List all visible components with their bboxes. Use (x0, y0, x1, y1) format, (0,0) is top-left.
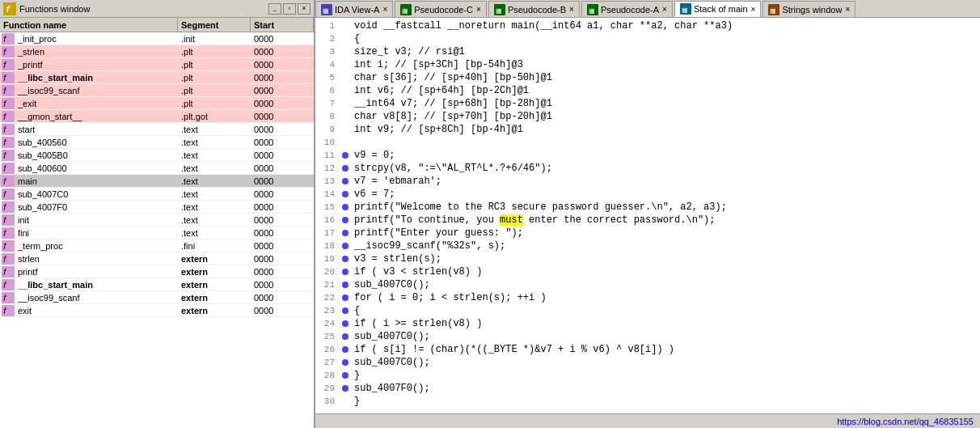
function-row[interactable]: ffini.text0000 (0, 227, 314, 239)
function-start: 0000 (252, 202, 314, 212)
function-start: 0000 (252, 306, 314, 316)
function-row[interactable]: fsub_4007F0.text0000 (0, 201, 314, 214)
right-panel: ▦IDA View-A×▦Pseudocode-C×▦Pseudocode-B×… (315, 0, 980, 428)
line-dot (340, 383, 351, 394)
function-row[interactable]: fprintfextern0000 (0, 265, 314, 278)
line-number: 26 (315, 345, 340, 354)
tab-close-button[interactable]: × (662, 5, 667, 14)
function-segment: .text (180, 228, 252, 238)
function-row[interactable]: f_term_proc.fini0000 (0, 239, 314, 252)
function-segment: .text (180, 202, 252, 212)
tab-icon: ▦ (400, 4, 412, 15)
tab-ida-view-a[interactable]: ▦IDA View-A× (315, 1, 393, 17)
function-start: 0000 (252, 215, 314, 225)
restore-button[interactable]: ▫ (283, 3, 296, 15)
line-number: 2 (315, 34, 340, 44)
line-number: 14 (315, 189, 340, 199)
function-segment: extern (180, 306, 252, 316)
line-dot (340, 253, 351, 265)
function-row[interactable]: f_strlen.plt0000 (0, 45, 314, 58)
svg-text:f: f (6, 6, 11, 15)
line-dot (340, 72, 351, 83)
line-dot (340, 201, 351, 213)
tab-close-button[interactable]: × (382, 5, 387, 14)
function-row[interactable]: fsub_4005B0.text0000 (0, 149, 314, 162)
line-number: 15 (315, 202, 340, 212)
function-row[interactable]: f__isoc99_scanfextern0000 (0, 291, 314, 304)
tab-pseudocode-b[interactable]: ▦Pseudocode-B× (488, 1, 580, 17)
tab-close-button[interactable]: × (845, 5, 850, 14)
line-dot (340, 240, 351, 252)
function-start: 0000 (252, 163, 314, 173)
tab-close-button[interactable]: × (476, 5, 481, 14)
function-name: _init_proc (18, 34, 180, 44)
line-number: 24 (315, 319, 340, 328)
code-line: 23 { (315, 304, 980, 317)
tab-label: Strings window (782, 5, 842, 15)
line-dot (340, 279, 351, 290)
function-icon: f (0, 124, 16, 135)
tab-pseudocode-a[interactable]: ▦Pseudocode-A× (581, 1, 673, 17)
status-bar: https://blog.csdn.net/qq_46835155 (315, 413, 980, 428)
line-number: 9 (315, 125, 340, 134)
line-code: v6 = 7; (351, 189, 980, 200)
function-start: 0000 (252, 34, 314, 44)
line-number: 19 (315, 254, 340, 264)
function-row[interactable]: f_exit.plt0000 (0, 97, 314, 110)
function-name: strlen (18, 254, 180, 264)
function-row[interactable]: f_printf.plt0000 (0, 58, 314, 71)
function-name: __isoc99_scanf (18, 293, 180, 303)
function-segment: .text (180, 138, 252, 147)
function-row[interactable]: fsub_400600.text0000 (0, 162, 314, 175)
function-start: 0000 (252, 254, 314, 264)
tab-stack-of-main[interactable]: ▦Stack of main× (674, 1, 761, 17)
function-icon: f (0, 137, 16, 148)
line-code: sub_4007C0(); (351, 279, 980, 290)
function-row[interactable]: f_init_proc.init0000 (0, 32, 314, 45)
function-icon: f (0, 292, 16, 303)
function-row[interactable]: fstart.text0000 (0, 123, 314, 136)
function-start: 0000 (252, 99, 314, 108)
tab-close-button[interactable]: × (751, 5, 756, 14)
function-row[interactable]: fstrlenextern0000 (0, 252, 314, 265)
tab-close-button[interactable]: × (569, 5, 574, 14)
line-number: 3 (315, 47, 340, 57)
function-segment: extern (180, 254, 252, 264)
col-function-name: Function name (0, 18, 178, 32)
line-code: int v6; // [sp+64h] [bp-2Ch]@1 (351, 85, 980, 96)
function-row[interactable]: fexitextern0000 (0, 304, 314, 317)
svg-text:▦: ▦ (589, 7, 595, 15)
line-dot (340, 370, 351, 381)
function-name: main (18, 176, 180, 186)
tab-pseudocode-c[interactable]: ▦Pseudocode-C× (395, 1, 487, 17)
function-row[interactable]: fsub_400560.text0000 (0, 136, 314, 149)
close-button[interactable]: × (298, 3, 310, 15)
code-area[interactable]: 1void __fastcall __noreturn main(__int64… (315, 18, 980, 413)
function-icon: f (0, 227, 16, 239)
function-row[interactable]: f__gmon_start__.plt.got0000 (0, 110, 314, 123)
minimize-button[interactable]: _ (268, 3, 281, 15)
function-row[interactable]: f__libc_start_main.plt0000 (0, 71, 314, 84)
tab-strings-window[interactable]: ▦Strings window× (762, 1, 855, 17)
code-line: 7 __int64 v7; // [sp+68h] [bp-28h]@1 (315, 97, 980, 110)
line-code: printf("Welcome to the RC3 secure passwo… (351, 201, 980, 213)
function-name: sub_400600 (18, 163, 180, 173)
code-line: 2{ (315, 32, 980, 45)
function-row[interactable]: f__isoc99_scanf.plt0000 (0, 84, 314, 97)
function-icon: f (0, 305, 16, 316)
functions-panel: f Functions window _ ▫ × Function name S… (0, 0, 315, 428)
function-row[interactable]: fsub_4007C0.text0000 (0, 188, 314, 201)
function-row[interactable]: fmain.text0000 (0, 175, 314, 188)
function-row[interactable]: f__libc_start_mainextern0000 (0, 278, 314, 291)
function-name: __isoc99_scanf (18, 86, 180, 95)
code-line: 10 (315, 136, 980, 149)
function-start: 0000 (252, 86, 314, 95)
svg-text:▦: ▦ (496, 7, 502, 15)
function-name: __libc_start_main (18, 73, 180, 83)
function-segment: .text (180, 163, 252, 173)
line-code: int i; // [sp+3Ch] [bp-54h]@3 (351, 59, 980, 70)
function-row[interactable]: finit.text0000 (0, 214, 314, 227)
function-start: 0000 (252, 228, 314, 238)
line-number: 10 (315, 138, 340, 147)
function-name: sub_400560 (18, 138, 180, 147)
